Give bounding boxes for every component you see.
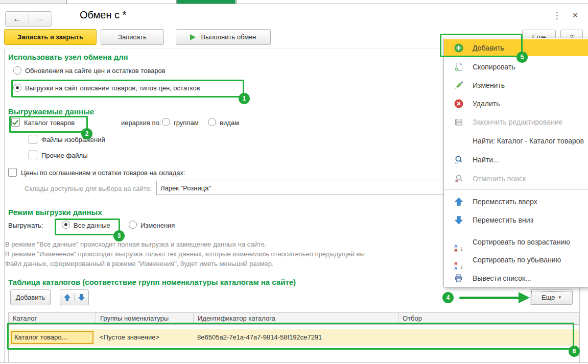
image-files-checkbox[interactable] — [29, 135, 37, 143]
play-icon — [190, 34, 196, 40]
radio-upload-site-label: Выгрузки на сайт описания товаров, типов… — [25, 84, 200, 92]
menu-item-label: Сортировать по возрастанию — [473, 238, 570, 246]
tab-active[interactable] — [177, 0, 236, 4]
dropdown-arrow-icon: ▾ — [558, 295, 561, 300]
radio-hierarchy-groups-label: группам — [174, 119, 199, 127]
menu-item-delete[interactable]: Удалить — [444, 94, 588, 112]
form-left-border — [4, 49, 5, 362]
menu-item-move-up[interactable]: Переместить вверх — [444, 192, 588, 210]
back-button[interactable]: ← — [6, 12, 29, 26]
cell-filter[interactable] — [398, 329, 580, 346]
execute-exchange-button[interactable]: Выполнить обмен — [176, 29, 271, 45]
forward-button[interactable]: → — [29, 12, 52, 26]
move-buttons-group — [60, 289, 89, 305]
menu-item-finish-editing[interactable]: Закончить редактирование — [444, 113, 588, 131]
mode-description-line: В режиме "Все данные" происходит полная … — [5, 239, 365, 249]
catalog-table-heading: Таблица каталогов (соответствие групп но… — [8, 278, 296, 286]
column-header-label: Идентификатор каталога — [198, 314, 275, 322]
table-add-button[interactable]: Добавить — [10, 289, 51, 305]
tab-strip — [0, 0, 588, 4]
radio-upload-site[interactable] — [13, 84, 21, 92]
menu-item-label: Добавить — [473, 44, 504, 52]
radio-hierarchy-groups[interactable] — [162, 118, 170, 126]
table-row[interactable]: Каталог товаро… <Пустое значение> 8e6505… — [9, 329, 579, 346]
delete-icon — [454, 99, 463, 108]
cell-groups[interactable]: <Пустое значение> — [96, 329, 193, 346]
active-cell[interactable]: Каталог товаро… — [11, 331, 93, 344]
radio-changes-label: Изменения — [140, 222, 175, 229]
upload-mode-label: Выгружать: — [8, 222, 43, 229]
menu-item-label: Переместить вверх — [473, 198, 537, 206]
cell-identifier[interactable]: 8e6505a2-7e1a-47a7-9814-58f192ce7291 — [193, 329, 398, 346]
history-nav-group: ← → — [5, 11, 52, 27]
data-section-heading: Выгружаемые данные — [8, 107, 94, 116]
save-and-close-button[interactable]: Записать и закрыть — [4, 29, 97, 45]
menu-item-find[interactable]: Найти... — [444, 151, 588, 168]
menu-item-sort-ascending[interactable]: А Я ↓ Сортировать по возрастанию — [444, 233, 588, 251]
execute-exchange-label: Выполнить обмен — [201, 33, 256, 41]
save-and-close-label: Записать и закрыть — [17, 33, 83, 41]
column-header-label: Каталог — [13, 314, 37, 322]
cell-identifier-value: 8e6505a2-7e1a-47a7-9814-58f192ce7291 — [197, 333, 322, 341]
annotation-badge-1: 1 — [239, 93, 250, 104]
catalog-checkbox-label: Каталог товаров — [24, 119, 75, 127]
menu-item-sort-descending[interactable]: Я А ↓ Сортировать по убыванию — [444, 251, 588, 269]
page-title: Обмен с * — [80, 9, 126, 21]
radio-hierarchy-kinds[interactable] — [208, 118, 216, 126]
other-files-checkbox[interactable] — [29, 151, 37, 159]
mode-description-line: Файл данных, сформированный в режиме "Из… — [5, 259, 365, 269]
cell-catalog-value: Каталог товаро… — [14, 333, 68, 341]
column-header-filter[interactable]: Отбор — [398, 313, 580, 325]
copy-icon — [454, 62, 463, 71]
mode-section-heading: Режим выгрузки данных — [8, 208, 102, 216]
radio-all-data[interactable] — [62, 221, 70, 229]
radio-update-site-label: Обновления на сайте цен и остатков товар… — [25, 67, 166, 75]
move-down-button[interactable] — [75, 294, 88, 301]
tab-inactive[interactable] — [0, 0, 66, 4]
tab-divider — [176, 0, 177, 4]
add-circle-icon — [454, 43, 463, 53]
column-header-catalog[interactable]: Каталог — [9, 313, 96, 325]
menu-item-label: Найти: Каталог - Каталог товаров — [473, 137, 584, 145]
other-files-checkbox-label: Прочие файлы — [41, 152, 88, 159]
menu-separator — [444, 189, 588, 190]
tab-divider — [236, 0, 237, 4]
prices-checkbox[interactable] — [8, 168, 17, 177]
close-icon[interactable]: × — [569, 10, 581, 21]
cancel-search-icon — [454, 174, 463, 183]
radio-changes[interactable] — [129, 221, 137, 229]
menu-item-find-current[interactable]: Найти: Каталог - Каталог товаров — [444, 132, 588, 150]
menu-item-edit[interactable]: Изменить — [444, 76, 588, 94]
warehouses-value: Ларек "Розница" — [160, 184, 211, 192]
save-button[interactable]: Записать — [101, 29, 164, 45]
context-menu: Добавить Скопировать Изменить Удалить За… — [443, 38, 588, 287]
warehouses-label: Склады доступные для выбора на сайте: — [25, 185, 152, 192]
column-header-identifier[interactable]: Идентификатор каталога — [193, 313, 398, 325]
annotation-arrow-head — [519, 292, 530, 303]
column-header-label: Группы номенклатуры — [100, 314, 169, 322]
catalog-checkbox[interactable] — [11, 118, 20, 127]
prices-checkbox-label: Цены по соглашениям и остатки товаров на… — [21, 169, 185, 177]
menu-item-label: Скопировать — [473, 63, 515, 71]
radio-update-site[interactable] — [13, 66, 21, 75]
menu-item-print-list[interactable]: Вывести список... — [444, 269, 588, 287]
menu-item-label: Удалить — [473, 100, 500, 108]
exchange-node-form: ← → Обмен с * ⋮ × Записать и закрыть Зап… — [0, 0, 588, 364]
menu-item-move-down[interactable]: Переместить вниз — [444, 211, 588, 229]
menu-item-label: Переместить вниз — [473, 216, 533, 224]
annotation-arrow — [459, 297, 520, 299]
menu-item-cancel-search[interactable]: Отменить поиск — [444, 169, 588, 187]
cell-catalog[interactable]: Каталог товаро… — [9, 329, 96, 346]
usage-section-heading: Использовать узел обмена для — [8, 53, 128, 61]
more-options-dots-icon[interactable]: ⋮ — [552, 10, 562, 21]
arrow-up-icon — [63, 294, 71, 301]
menu-item-add[interactable]: Добавить — [444, 39, 588, 56]
tab-divider — [66, 0, 67, 4]
menu-item-copy[interactable]: Скопировать — [444, 58, 588, 76]
annotation-badge-4: 4 — [442, 292, 454, 303]
move-up-button[interactable] — [60, 294, 75, 301]
column-header-groups[interactable]: Группы номенклатуры — [96, 313, 193, 325]
table-more-button[interactable]: Еще ▾ — [530, 289, 573, 305]
hierarchy-label: иерархия по: — [121, 119, 161, 127]
pencil-icon — [454, 81, 463, 90]
